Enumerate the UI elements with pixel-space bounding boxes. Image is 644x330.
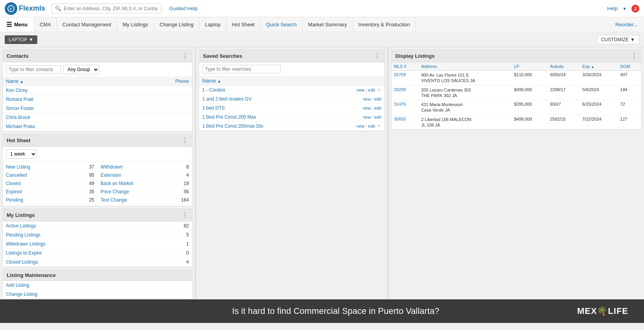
nav-item-contact-management[interactable]: Contact Management <box>57 17 117 32</box>
display-listings-menu-icon[interactable]: ⋮ <box>631 52 637 60</box>
listing-dom-31476: 72 <box>618 100 641 115</box>
contacts-panel: Contacts ⋮ Any Group Name ▲ Phone Ken Ci… <box>2 50 192 132</box>
display-listings-header: Display Listings ⋮ <box>392 50 641 62</box>
menu-label: Menu <box>14 22 27 28</box>
saved-searches-filter-input[interactable] <box>202 65 281 73</box>
contacts-group-select[interactable]: Any Group <box>63 65 99 74</box>
hs-row-closed: Closed 49 <box>3 180 97 188</box>
global-search-box[interactable]: 🔍 <box>51 4 161 13</box>
saved-search-new-link[interactable]: new <box>363 115 371 119</box>
saved-search-row: 1 - Condos new | edit ▼ <box>199 86 384 95</box>
col-exp[interactable]: Exp ▲ <box>580 62 618 71</box>
col-mls[interactable]: MLS # <box>392 62 419 71</box>
nav-item-inventory-production[interactable]: Inventory & Production <box>353 17 416 32</box>
nav-item-my-listings[interactable]: My Listings <box>117 17 154 32</box>
saved-search-new-link[interactable]: new <box>363 106 371 110</box>
saved-searches-menu-icon[interactable]: ⋮ <box>374 52 381 60</box>
saved-search-new-link[interactable]: new <box>357 88 364 92</box>
listing-address-30655: 2 Libertad 106 MALECON JL 106 JA <box>421 117 509 128</box>
saved-search-name[interactable]: 1 and 2 bed resales GV <box>202 96 363 102</box>
left-column: Contacts ⋮ Any Group Name ▲ Phone Ken Ci… <box>0 47 196 299</box>
actionbar: LAPTOP ▼ CUSTOMIZE ▼ <box>0 32 644 47</box>
contact-phone <box>150 88 189 93</box>
col-lp[interactable]: LP <box>512 62 548 71</box>
laptop-dropdown-button[interactable]: LAPTOP ▼ <box>5 35 37 44</box>
hot-sheet-period-select[interactable]: 1 week 2 weeks 1 month <box>6 149 37 159</box>
closed-listings-label[interactable]: Closed Listings <box>6 259 186 265</box>
saved-search-edit-link[interactable]: edit <box>374 106 381 110</box>
saved-search-edit-link[interactable]: edit <box>374 115 381 119</box>
contact-name[interactable]: Simon Foster <box>6 106 150 111</box>
nav-item-quick-search[interactable]: Quick Search <box>261 17 303 32</box>
hot-sheet-panel-menu-icon[interactable]: ⋮ <box>182 137 188 144</box>
contacts-panel-menu-icon[interactable]: ⋮ <box>182 52 188 60</box>
contact-name[interactable]: Richard Pratt <box>6 97 150 102</box>
hs-back-on-market-count: 19 <box>177 181 189 186</box>
contacts-col-headers: Name ▲ Phone <box>3 77 192 86</box>
listings-to-expire-label[interactable]: Listings to Expire <box>6 250 186 256</box>
hs-extension-label[interactable]: Extension <box>101 172 177 178</box>
col-dom[interactable]: DOM <box>618 62 641 71</box>
add-listing-link[interactable]: Add Listing <box>6 282 29 288</box>
hs-extension-count: 4 <box>177 172 189 178</box>
saved-search-edit-link[interactable]: edit <box>374 97 381 101</box>
hs-closed-label[interactable]: Closed <box>6 181 82 186</box>
my-listings-panel-menu-icon[interactable]: ⋮ <box>182 211 188 219</box>
customize-button[interactable]: CUSTOMIZE ▼ <box>597 35 639 44</box>
saved-search-edit-link[interactable]: edit <box>368 88 375 92</box>
contact-name[interactable]: Ken Cinny <box>6 88 150 93</box>
saved-search-name[interactable]: 1 Bed Pre Const 200 Max <box>202 114 363 120</box>
active-listings-label[interactable]: Active Listings <box>6 223 184 229</box>
col-activity[interactable]: Activity <box>548 62 580 71</box>
saved-search-row: 1 and 2 bed resales GV new | edit <box>199 95 384 104</box>
listing-mls-26709[interactable]: 26709 <box>394 72 406 77</box>
listing-mls-30655[interactable]: 30655 <box>394 117 406 121</box>
contacts-filter-input[interactable] <box>6 65 61 74</box>
listing-dom-26709: 407 <box>618 71 641 86</box>
saved-search-name[interactable]: 1 bed DTS <box>202 105 363 111</box>
listing-mls-29290[interactable]: 29290 <box>394 87 406 92</box>
hs-price-change-label[interactable]: Price Change <box>101 189 177 194</box>
my-listings-list: Active Listings 82 Pending Listings 5 Wi… <box>3 222 192 267</box>
hs-expired-label[interactable]: Expired <box>6 189 82 194</box>
withdrawn-listings-label[interactable]: Withdrawn Listings <box>6 241 186 247</box>
global-search-input[interactable] <box>64 6 158 11</box>
hs-cancelled-label[interactable]: Cancelled <box>6 172 82 178</box>
saved-search-edit-link[interactable]: edit <box>368 124 375 128</box>
help-button[interactable]: Help <box>607 6 618 11</box>
contact-name[interactable]: Chris Brock <box>6 115 150 120</box>
reorder-button[interactable]: Reorder... <box>609 22 644 28</box>
contacts-panel-title: Contacts <box>7 53 29 59</box>
hs-new-listing-label[interactable]: New Listing <box>6 164 82 170</box>
saved-search-row: 1 Bed Pre Const 200max Dts new | edit ▼ <box>199 122 384 131</box>
nav-item-change-listing[interactable]: Change Listing <box>154 17 199 32</box>
change-listing-link[interactable]: Change Listing <box>6 292 37 297</box>
hs-pending-label[interactable]: Pending <box>6 197 82 203</box>
nav-item-market-summary[interactable]: Market Summary <box>303 17 353 32</box>
nav-item-cma[interactable]: CMA <box>34 17 57 32</box>
listing-mls-31476[interactable]: 31476 <box>394 102 406 106</box>
saved-search-name[interactable]: 1 - Condos <box>202 87 357 93</box>
saved-searches-filter-bar <box>199 62 384 76</box>
nav-item-laptop[interactable]: Laptop <box>199 17 227 32</box>
saved-searches-name-col[interactable]: Name ▲ <box>202 78 221 84</box>
hs-withdrawn-label[interactable]: Withdrawn <box>101 164 177 170</box>
nav-item-hot-sheet[interactable]: Hot Sheet <box>227 17 261 32</box>
menu-button[interactable]: ☰ Menu <box>0 17 34 32</box>
notification-badge[interactable]: 2 <box>631 5 639 13</box>
hs-expired-count: 35 <box>82 189 94 194</box>
guided-help-link[interactable]: Guided Help <box>169 6 198 11</box>
col-address[interactable]: Address <box>419 62 512 71</box>
saved-search-new-link[interactable]: new <box>357 124 364 128</box>
hs-text-change-label[interactable]: Text Change <box>101 197 177 203</box>
saved-search-name[interactable]: 1 Bed Pre Const 200max Dts <box>202 123 357 129</box>
listing-row-closed: Closed Listings 4 <box>3 258 192 267</box>
hs-row-pending: Pending 25 <box>3 196 97 204</box>
hs-back-on-market-label[interactable]: Back on Market <box>101 181 177 186</box>
pending-listings-label[interactable]: Pending Listings <box>6 232 186 238</box>
contact-name[interactable]: Michael Prata <box>6 124 150 129</box>
contacts-name-col-header[interactable]: Name ▲ <box>6 79 150 84</box>
right-column: Display Listings ⋮ MLS # Address LP Acti… <box>389 47 644 299</box>
middle-column: Saved Searches ⋮ Name ▲ 1 - Condos new |… <box>196 47 389 299</box>
saved-search-new-link[interactable]: new <box>363 97 371 101</box>
